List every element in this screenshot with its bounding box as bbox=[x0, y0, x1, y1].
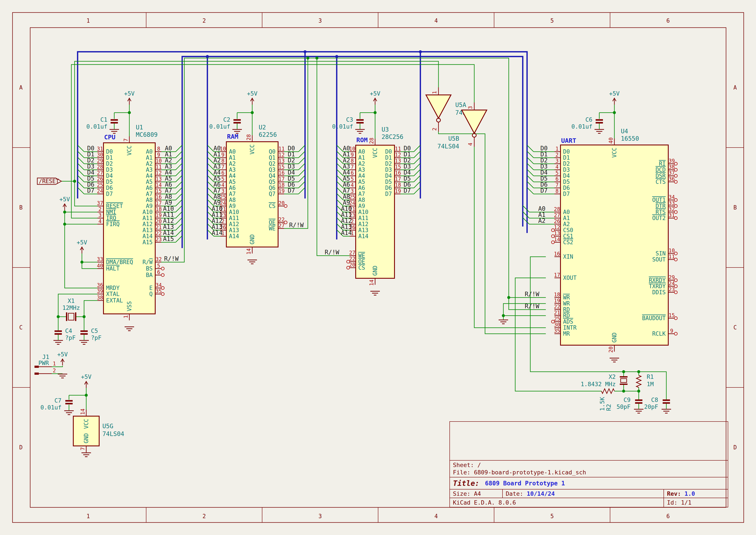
svg-text:A12: A12 bbox=[358, 221, 368, 227]
svg-text:D: D bbox=[733, 444, 737, 451]
svg-text:28C256: 28C256 bbox=[382, 133, 403, 140]
svg-text:4: 4 bbox=[434, 513, 438, 520]
svg-text:17: 17 bbox=[554, 272, 560, 278]
svg-text:18: 18 bbox=[554, 292, 560, 298]
svg-text:27: 27 bbox=[279, 223, 285, 229]
svg-text:A7: A7 bbox=[146, 191, 153, 197]
app-version: KiCad E.D.A. 8.0.6 bbox=[450, 498, 663, 507]
svg-text:CS: CS bbox=[269, 203, 276, 209]
gate-power-u5g[interactable]: 14VCC7GNDU5G74LS04 bbox=[73, 408, 124, 452]
capacitor-c6[interactable]: C60.01uf bbox=[571, 116, 603, 130]
svg-text:A3: A3 bbox=[358, 167, 365, 173]
svg-text:R/!W: R/!W bbox=[289, 222, 304, 229]
svg-text:10: 10 bbox=[156, 158, 162, 164]
crystal-x2[interactable]: X21.8432 MHz bbox=[580, 374, 628, 387]
svg-text:A5: A5 bbox=[229, 179, 236, 185]
svg-text:RCLK: RCLK bbox=[652, 330, 666, 337]
net-flag-reset[interactable]: /RESET bbox=[37, 178, 62, 184]
svg-text:OE: OE bbox=[269, 219, 276, 226]
svg-text:C5: C5 bbox=[91, 327, 98, 334]
svg-text:Q7: Q7 bbox=[269, 191, 276, 197]
resistor-r1[interactable]: R11M bbox=[636, 374, 654, 387]
svg-text:3: 3 bbox=[318, 513, 322, 520]
kicad-schematic-sheet: { "sheet": { "columns": ["1","2","3","4"… bbox=[0, 0, 756, 535]
svg-text:6: 6 bbox=[157, 269, 160, 275]
capacitor-c2[interactable]: C20.01uf bbox=[209, 116, 241, 130]
svg-text:2: 2 bbox=[98, 206, 101, 212]
ic-u4-uart[interactable]: U416550UART bbox=[560, 128, 668, 345]
svg-text:6: 6 bbox=[351, 170, 354, 176]
svg-text:11: 11 bbox=[156, 164, 162, 170]
svg-text:VCC: VCC bbox=[611, 148, 618, 158]
capacitor-c7[interactable]: C70.01uf bbox=[40, 397, 73, 411]
svg-text:2: 2 bbox=[432, 128, 438, 131]
svg-text:37: 37 bbox=[97, 200, 103, 206]
svg-text:14: 14 bbox=[246, 248, 252, 255]
svg-text:RESET: RESET bbox=[106, 203, 123, 209]
svg-text:8: 8 bbox=[157, 146, 160, 152]
svg-text:34: 34 bbox=[669, 194, 675, 200]
svg-text:DSR: DSR bbox=[656, 173, 666, 179]
svg-text:8: 8 bbox=[351, 158, 354, 164]
svg-text:A5: A5 bbox=[358, 179, 365, 185]
svg-text:VCC: VCC bbox=[249, 144, 256, 155]
svg-text:XOUT: XOUT bbox=[563, 275, 577, 281]
svg-text:1: 1 bbox=[123, 315, 129, 318]
svg-text:14: 14 bbox=[554, 237, 560, 242]
svg-text:A2: A2 bbox=[563, 221, 570, 227]
svg-text:DMA/BREQ: DMA/BREQ bbox=[106, 259, 133, 265]
svg-text:29: 29 bbox=[97, 158, 103, 164]
svg-text:A7: A7 bbox=[358, 191, 365, 197]
svg-text:12: 12 bbox=[156, 170, 162, 176]
capacitor-c1[interactable]: C10.01uf bbox=[86, 116, 118, 130]
svg-text:A1: A1 bbox=[563, 215, 570, 221]
svg-text:D7: D7 bbox=[563, 191, 570, 197]
capacitor-c4[interactable]: C4?pF bbox=[55, 327, 76, 341]
svg-text:GND: GND bbox=[249, 234, 256, 244]
crystal-x1[interactable]: X112MHz bbox=[62, 297, 80, 321]
svg-text:INTR: INTR bbox=[563, 324, 577, 331]
svg-text:A4: A4 bbox=[229, 173, 236, 179]
svg-text:2: 2 bbox=[53, 368, 56, 374]
svg-text:D4: D4 bbox=[385, 173, 392, 179]
svg-text:A2: A2 bbox=[229, 160, 236, 167]
svg-text:37: 37 bbox=[669, 170, 675, 176]
svg-text:15: 15 bbox=[156, 188, 162, 194]
svg-text:U5B: U5B bbox=[448, 135, 459, 142]
svg-text:OUT2: OUT2 bbox=[652, 215, 666, 221]
svg-text:25: 25 bbox=[220, 194, 226, 200]
svg-text:7: 7 bbox=[351, 164, 354, 170]
connector-j1-pwr[interactable]: J1PWR12 bbox=[35, 353, 56, 375]
svg-text:1: 1 bbox=[87, 513, 90, 520]
svg-text:RXRDY: RXRDY bbox=[649, 277, 666, 283]
svg-text:D7: D7 bbox=[385, 191, 392, 197]
date-label: Date: bbox=[506, 490, 527, 497]
svg-text:X2: X2 bbox=[608, 374, 616, 380]
svg-text:28: 28 bbox=[246, 134, 252, 140]
svg-text:25: 25 bbox=[554, 316, 560, 322]
inverter-u5b[interactable]: 34U5B74LS04 bbox=[437, 102, 487, 150]
svg-text:MC6809: MC6809 bbox=[136, 131, 158, 138]
resistor-r2[interactable]: R21.5K bbox=[599, 389, 614, 411]
svg-text:23: 23 bbox=[156, 237, 162, 242]
svg-text:9: 9 bbox=[351, 152, 354, 158]
svg-text:+5V: +5V bbox=[124, 90, 135, 97]
svg-text:A0: A0 bbox=[358, 149, 365, 155]
svg-text:A6: A6 bbox=[146, 185, 153, 191]
svg-text:27: 27 bbox=[97, 170, 103, 176]
svg-text:Q6: Q6 bbox=[269, 185, 276, 191]
title-value: 6809 Board Prototype 1 bbox=[485, 480, 565, 487]
svg-text:NMI: NMI bbox=[106, 209, 116, 215]
svg-text:C: C bbox=[19, 324, 23, 331]
capacitor-c5[interactable]: C5?pF bbox=[80, 327, 101, 341]
svg-text:19: 19 bbox=[554, 298, 560, 304]
svg-text:A7: A7 bbox=[229, 191, 236, 197]
rev-value: 1.0 bbox=[685, 490, 695, 497]
svg-text:5: 5 bbox=[555, 170, 558, 176]
svg-text:16: 16 bbox=[554, 251, 560, 257]
svg-text:7: 7 bbox=[555, 182, 558, 188]
svg-text:38: 38 bbox=[97, 295, 103, 301]
svg-text:CTS: CTS bbox=[656, 179, 666, 185]
svg-text:24: 24 bbox=[97, 188, 103, 194]
svg-text:5: 5 bbox=[550, 17, 554, 24]
